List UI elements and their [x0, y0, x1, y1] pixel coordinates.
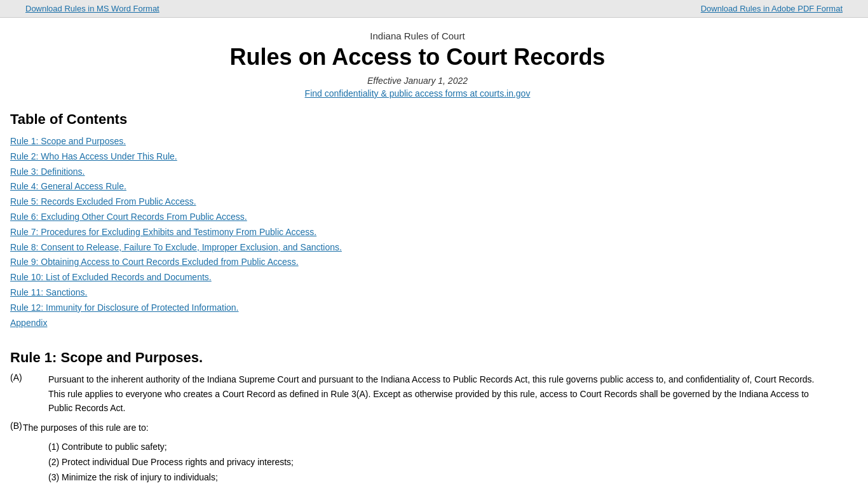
purposes-list: (1) Contribute to public safety;(2) Prot…	[10, 440, 830, 488]
para-b-label: (B)	[10, 421, 23, 431]
toc-item[interactable]: Appendix	[10, 316, 830, 331]
top-bar: Download Rules in MS Word Format Downloa…	[0, 0, 868, 18]
toc-item[interactable]: Rule 5: Records Excluded From Public Acc…	[10, 194, 830, 210]
rule1-para-b: (B) The purposes of this rule are to:	[10, 421, 830, 435]
purpose-item: (3) Minimize the risk of injury to indiv…	[10, 470, 830, 485]
toc-section: Table of Contents Rule 1: Scope and Purp…	[5, 111, 830, 330]
toc-item[interactable]: Rule 10: List of Excluded Records and Do…	[10, 270, 830, 285]
toc-item[interactable]: Rule 12: Immunity for Disclosure of Prot…	[10, 301, 830, 316]
purpose-item: (1) Contribute to public safety;	[10, 440, 830, 455]
toc-item[interactable]: Rule 11: Sanctions.	[10, 285, 830, 301]
main-content: Indiana Rules of Court Rules on Access t…	[0, 18, 868, 488]
toc-item[interactable]: Rule 9: Obtaining Access to Court Record…	[10, 255, 830, 270]
page-title: Rules on Access to Court Records	[5, 44, 830, 71]
effective-date: Effective January 1, 2022	[5, 76, 830, 86]
download-word-link[interactable]: Download Rules in MS Word Format	[25, 4, 159, 13]
toc-item[interactable]: Rule 1: Scope and Purposes.	[10, 134, 830, 149]
para-b-intro: The purposes of this rule are to:	[23, 421, 149, 435]
toc-item[interactable]: Rule 7: Procedures for Excluding Exhibit…	[10, 225, 830, 240]
header-section: Indiana Rules of Court Rules on Access t…	[5, 30, 830, 98]
rule1-section: Rule 1: Scope and Purposes. (A) Pursuant…	[5, 349, 830, 488]
toc-item[interactable]: Rule 4: General Access Rule.	[10, 179, 830, 194]
purpose-item: (2) Protect individual Due Process right…	[10, 455, 830, 470]
toc-item[interactable]: Rule 3: Definitions.	[10, 165, 830, 180]
para-a-label: (A)	[10, 372, 23, 383]
toc-links: Rule 1: Scope and Purposes.Rule 2: Who H…	[10, 134, 830, 330]
toc-item[interactable]: Rule 6: Excluding Other Court Records Fr…	[10, 210, 830, 225]
rule1-heading: Rule 1: Scope and Purposes.	[10, 349, 830, 366]
para-a-text: Pursuant to the inherent authority of th…	[23, 372, 830, 415]
toc-item[interactable]: Rule 2: Who Has Access Under This Rule.	[10, 149, 830, 165]
page-subtitle: Indiana Rules of Court	[5, 30, 830, 41]
rule1-para-a: (A) Pursuant to the inherent authority o…	[10, 372, 830, 415]
download-pdf-link[interactable]: Download Rules in Adobe PDF Format	[701, 4, 843, 13]
toc-heading: Table of Contents	[10, 111, 830, 128]
confidentiality-link[interactable]: Find confidentiality & public access for…	[305, 88, 531, 98]
purpose-item: (4) Promote accessibility to Court Recor…	[10, 485, 830, 488]
toc-item[interactable]: Rule 8: Consent to Release, Failure To E…	[10, 240, 830, 255]
